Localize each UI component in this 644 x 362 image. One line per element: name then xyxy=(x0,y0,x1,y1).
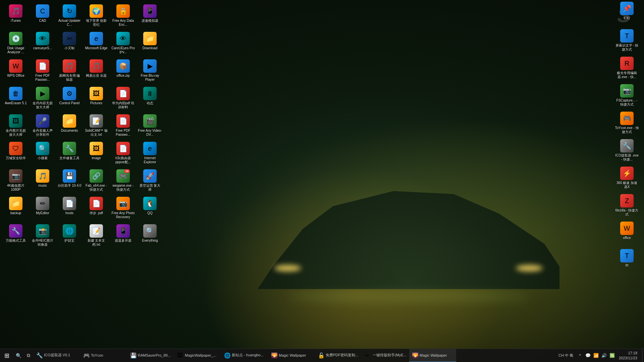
taskbar-app-magic-wallpaper-task[interactable]: 🖼MagicWallpaper_... xyxy=(174,349,221,362)
desktop-icon-myeditor[interactable]: ✏MyEditor xyxy=(30,195,55,222)
desktop-icon-free-photo[interactable]: 📷Free Any Photo Recovery xyxy=(110,195,136,222)
desktop-icon-internet-explorer[interactable]: eInternet Explorer xyxy=(137,140,163,167)
icon-label-control-panel: Control Panel xyxy=(59,101,80,105)
desktop-icon-free-pdf2[interactable]: 📄Free PDF Passwo... xyxy=(110,113,136,140)
desktop-icon-huying[interactable]: 🌐护頴宝 xyxy=(57,223,82,250)
desktop-icon-wangyi-music[interactable]: 🎵易网讯专用 编辑器 xyxy=(57,58,82,85)
desktop-icon-jindi-video[interactable]: ▶金丹内容无损 放大大师 xyxy=(30,85,55,112)
desktop-icon-right-钉钉[interactable]: 📌钉钉 xyxy=(614,0,640,27)
taskbar-app-icon-yijian-task: ✏ xyxy=(365,352,371,358)
icon-image-free-pdf: 📄 xyxy=(36,59,49,73)
desktop-icon-right-office-shortcut[interactable]: Woffice xyxy=(614,220,640,247)
desktop-icon-careueyes2[interactable]: 👁CareUEyes Pro 护v... xyxy=(110,31,136,57)
icon-image-office-zip: 📦 xyxy=(116,59,130,73)
desktop-icon-xiaobaidu[interactable]: 🔍小搜索 xyxy=(30,140,55,167)
desktop-icon-right-fscapture[interactable]: 📷FSCapture... - 快捷方式 xyxy=(614,83,640,110)
desktop-icon-free-pdf[interactable]: 📄Free PDF Passwo... xyxy=(30,58,55,85)
icon-label-right-ico-extractor: ICO提取器 .exe - 快捷... xyxy=(615,154,639,162)
desktop-icon-quyu-zhushou[interactable]: 💾分区助手 10.4.0 xyxy=(57,168,82,195)
icon-label-microsoft-edge: Microsoft Edge xyxy=(85,46,108,50)
taskbar-app-xin-jiankuang-task[interactable]: 🌐新站点 - huangbo... xyxy=(221,349,268,362)
desktop-icon-huawei-pdf[interactable]: 📄华为内部pdf 培训材料 xyxy=(110,85,136,112)
taskbar-app-magic-wallpaper2-task[interactable]: 🌄Magic Wallpaper xyxy=(268,349,315,362)
tray-time[interactable]: 17:182023/11/23 xyxy=(617,351,639,360)
desktop-icon-wangcheng[interactable]: 🛡万城安全软件 xyxy=(3,140,29,167)
desktop-icon-right-screen-shortcut[interactable]: T屏幕识文字 - 快捷方式 xyxy=(614,28,640,55)
desktop-icon-right-tIt-logo[interactable]: TtIt xyxy=(614,248,640,275)
desktop-icon-jindi-heic[interactable]: 📸金丹HEIC图片 转换器 xyxy=(30,223,55,250)
desktop-icon-fab-exe[interactable]: 🔗Fab_x64.exe - 快捷方式 xyxy=(84,168,109,195)
desktop-icon-right-ico-extractor[interactable]: 🔧ICO提取器 .exe - 快捷... xyxy=(614,138,640,165)
desktop-icon-disk-usage[interactable]: 💿Disk Usage Analyzer ... xyxy=(3,31,29,57)
desktop-icon-wenjianchuli[interactable]: 🔧文件修复工具 xyxy=(57,140,82,167)
taskbar-app-yijian-task[interactable]: ✏一键排版助手(MyE... xyxy=(362,349,409,362)
desktop-icon-right-filezilla[interactable]: Zfilezilla - 快捷方式 xyxy=(614,193,640,220)
tray-icon-2[interactable]: 📶 xyxy=(593,352,599,359)
desktop-icon-microsoft-edge[interactable]: eMicrosoft Edge xyxy=(84,31,109,57)
desktop-icon-dizhi-shijie[interactable]: 🌍地下世界 创新世纪 xyxy=(84,3,109,30)
desktop-icon-dongtai[interactable]: ⏸动态 xyxy=(137,85,163,112)
taskbar-app-icon-toycon-task: 🎮 xyxy=(83,352,89,358)
desktop-icon-qq[interactable]: 🐧QQ xyxy=(137,195,163,222)
desktop-icon-right-toycon[interactable]: 🎮ToYcon.exe - 快捷方式 xyxy=(614,110,640,137)
taskbar-app-mian-mi-task[interactable]: 🔓免费PDF密码复制... xyxy=(315,349,362,362)
icon-label-dizhi-shijie: 地下世界 创新世纪 xyxy=(84,19,108,27)
taskbar-app-magic-wallpaper3-task[interactable]: 🌄Magic Wallpaper xyxy=(409,349,456,362)
desktop-icon-right-360-jiasuqi[interactable]: ⚡360 极速 加速器X xyxy=(614,165,640,192)
search-button[interactable]: 🔍 xyxy=(13,349,23,362)
desktop-icon-solidcam-txt[interactable]: 📝SolidCAM™ 输出文.txt xyxy=(84,113,109,140)
desktop-icon-huancang[interactable]: 🖼金丹图片无损 放大大师 xyxy=(3,113,29,140)
desktop-icon-free-any-data[interactable]: 🔒Free Any Data Enc... xyxy=(110,3,136,30)
show-desktop-button[interactable] xyxy=(642,349,644,362)
desktop-icon-control-panel[interactable]: ⚙Control Panel xyxy=(57,85,82,112)
desktop-icon-everything[interactable]: 🔍Everything xyxy=(137,223,163,250)
desktop-icon-itunes[interactable]: 🎵iTunes xyxy=(3,3,29,30)
desktop-icon-aweEraser[interactable]: 🗑AweEraser 5.1 xyxy=(3,85,29,112)
desktop-icon-free-video[interactable]: 🎬Free Any Video-DV... xyxy=(137,113,163,140)
icon-label-cad: CAD xyxy=(39,19,46,23)
icon-label-wenjianchuli: 文件修复工具 xyxy=(59,156,79,160)
start-button[interactable]: ⊞ xyxy=(0,349,13,362)
icon-image-free-any-data: 🔒 xyxy=(116,4,130,18)
desktop-icon-jinsuan-moni[interactable]: 📱进速模拟器 xyxy=(137,3,163,30)
icon-label-right-filezilla: filezilla - 快捷方式 xyxy=(615,208,639,217)
taskbar-app-toycon-task[interactable]: 🎮ToYcon xyxy=(80,349,127,362)
desktop-icon-actual-updater[interactable]: ↻Actual Updater C... xyxy=(57,3,82,30)
desktop-icon-wps-office[interactable]: WWPS Office xyxy=(3,58,29,85)
desktop-icon-h3c-pdf[interactable]: 📄h3c路由器 pppoe配... xyxy=(110,140,136,167)
taskbar-app-ramsaver-task[interactable]: 💾RAMSaverPro_89... xyxy=(127,349,174,362)
tray-icon-4[interactable]: 🈯 xyxy=(609,352,615,359)
desktop-icon-documents[interactable]: 📁Documents xyxy=(57,113,82,140)
tray-icon-1[interactable]: 💬 xyxy=(585,352,591,359)
desktop-icon-xingkong[interactable]: 🚀星空运营 复大师 xyxy=(137,168,163,195)
desktop-icon-4k-photo[interactable]: 📷4K截低图片 1080P xyxy=(3,168,29,195)
desktop-icon-wangyi-yunyin[interactable]: 🎵网易云音 乐器 xyxy=(84,58,109,85)
desktop-icon-music[interactable]: 🎵music xyxy=(30,168,55,195)
desktop-icon-right-jisu-edit[interactable]: R极光专用编辑 器.exe - 快... xyxy=(614,55,640,82)
desktop-icon-tingbu[interactable]: 📄停步 .pdf xyxy=(84,195,109,222)
icon-image-jindi-video: ▶ xyxy=(36,87,49,100)
desktop-icon-image[interactable]: 🖼image xyxy=(84,140,109,167)
tray-lang[interactable]: CH 中 葡 xyxy=(556,353,575,358)
desktop-icon-cad[interactable]: CCAD xyxy=(30,3,55,30)
desktop-icon-free-bluray[interactable]: ▶Free Blu-ray Player xyxy=(137,58,163,85)
icon-image-free-video: 🎬 xyxy=(143,114,157,128)
desktop-icon-xiaomie-c[interactable]: ✂小灭制 xyxy=(57,31,82,57)
desktop-icon-wangneng[interactable]: 🔧万能格式工具 xyxy=(3,223,29,250)
desktop-icon-backup[interactable]: 📁backup xyxy=(3,195,29,222)
desktop-icon-jindi-bianji[interactable]: 🎤金丹音频人声 分享软件 xyxy=(30,113,55,140)
tray-icon-3[interactable]: 🔊 xyxy=(601,352,607,359)
icon-image-huawei-pdf: 📄 xyxy=(116,87,130,100)
desktop-icon-wegame[interactable]: 🎮10wegame.exe - 快捷方式 xyxy=(110,168,136,195)
desktop-icon-pictures[interactable]: 🖼Pictures xyxy=(84,85,109,112)
tray-icon-0[interactable]: ^ xyxy=(577,352,583,359)
taskbar-app-ico-extractor-task[interactable]: 🔧ICO提取器 V0.1 xyxy=(34,349,80,362)
taskview-button[interactable]: ⧉ xyxy=(23,349,34,362)
desktop-icon-careueyes[interactable]: 👁careueyeS... xyxy=(30,31,55,57)
desktop-icon-duoduo-kaiti[interactable]: 📱逍遥多开器 xyxy=(110,223,136,250)
desktop-icon-xinbuilding[interactable]: 📝新建 文本文 档.txt xyxy=(84,223,109,250)
desktop-icon-hosts[interactable]: 📄hosts xyxy=(57,195,82,222)
desktop-icon-download[interactable]: 📁Download xyxy=(137,31,163,57)
icon-image-quyu-zhushou: 💾 xyxy=(63,169,76,183)
desktop-icon-office-zip[interactable]: 📦office.zip xyxy=(110,58,136,85)
